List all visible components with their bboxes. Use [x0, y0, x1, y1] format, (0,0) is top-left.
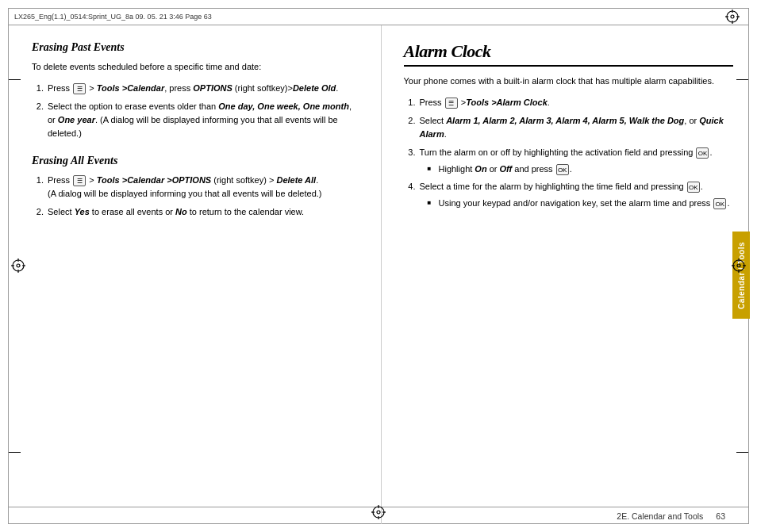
erasing-past-intro: To delete events scheduled before a spec…	[32, 60, 362, 74]
list-item: Select the option to erase events older …	[46, 100, 362, 140]
erasing-past-steps: Press ☰ > Tools >Calendar, press OPTIONS…	[46, 82, 362, 140]
section-title-erasing-all: Erasing All Events	[32, 155, 362, 167]
left-column: Erasing Past Events To delete events sch…	[8, 25, 381, 524]
no-label: No	[175, 207, 187, 216]
ok-key-1: OK	[696, 147, 709, 159]
tools-alarm-path: Tools >Alarm Clock	[466, 98, 548, 107]
erasing-all-steps: Press ☰ > Tools >Calendar >OPTIONS (righ…	[46, 174, 362, 219]
menu-path-2: Tools >Calendar >OPTIONS	[97, 175, 211, 185]
menu-key: ☰	[73, 83, 86, 94]
alarm-steps: Press ☰ >Tools >Alarm Clock. Select Alar…	[418, 96, 734, 210]
list-item: Highlight On or Off and press OK.	[428, 163, 734, 176]
alarm-divider	[404, 65, 734, 67]
content-area: Erasing Past Events To delete events sch…	[8, 25, 749, 524]
options-label: OPTIONS	[193, 83, 232, 93]
right-crosshair	[732, 258, 746, 274]
svg-point-18	[733, 260, 744, 271]
list-item: Press ☰ > Tools >Calendar, press OPTIONS…	[46, 82, 362, 95]
menu-key-3: ☰	[445, 98, 458, 109]
footer-text: 2E. Calendar and Tools	[617, 511, 703, 521]
list-item: Press ☰ >Tools >Alarm Clock.	[418, 96, 734, 109]
svg-point-13	[17, 264, 20, 267]
time-options: One day, One week, One month	[218, 101, 349, 111]
off-label: Off	[500, 164, 513, 174]
alarm-clock-title: Alarm Clock	[404, 41, 734, 62]
one-year: One year	[58, 115, 95, 124]
bottom-crosshair	[371, 505, 386, 521]
delete-old-label: Delete Old	[293, 83, 336, 93]
list-item: Select Alarm 1, Alarm 2, Alarm 3, Alarm …	[418, 114, 734, 141]
list-item: Using your keypad and/or navigation key,…	[428, 197, 734, 210]
svg-point-7	[377, 511, 380, 514]
svg-point-6	[373, 507, 384, 518]
list-item: Press ☰ > Tools >Calendar >OPTIONS (righ…	[46, 174, 362, 201]
right-column: Alarm Clock Your phone comes with a buil…	[381, 25, 750, 524]
left-crosshair	[11, 258, 25, 274]
delete-all-label: Delete All	[276, 175, 316, 185]
menu-key-2: ☰	[73, 175, 86, 186]
ok-key-3: OK	[687, 182, 700, 193]
on-label: On	[475, 164, 486, 174]
list-item: Turn the alarm on or off by highlighting…	[418, 146, 734, 176]
alarm-options: Alarm 1, Alarm 2, Alarm 3, Alarm 4, Alar…	[446, 116, 684, 125]
ok-key-4: OK	[713, 198, 726, 209]
list-item: Select a time for the alarm by highlight…	[418, 180, 734, 210]
menu-path: Tools >Calendar	[97, 83, 164, 93]
svg-point-12	[13, 260, 24, 271]
alarm-intro: Your phone comes with a built-in alarm c…	[404, 75, 734, 88]
list-item: Select Yes to erase all events or No to …	[46, 205, 362, 219]
page-number: 63	[716, 511, 725, 521]
section-erasing-past-events: Erasing Past Events To delete events sch…	[32, 41, 362, 140]
yes-label: Yes	[75, 207, 90, 216]
section-title-erasing-past: Erasing Past Events	[32, 41, 362, 54]
alarm-sub-list-2: Using your keypad and/or navigation key,…	[428, 197, 734, 210]
side-tab-calendar-tools: Calendar / Tools	[732, 232, 750, 319]
ok-key-2: OK	[556, 164, 569, 175]
svg-point-19	[737, 264, 740, 267]
section-erasing-all-events: Erasing All Events Press ☰ > Tools >Cale…	[32, 155, 362, 219]
alarm-sub-list-1: Highlight On or Off and press OK.	[428, 163, 734, 176]
